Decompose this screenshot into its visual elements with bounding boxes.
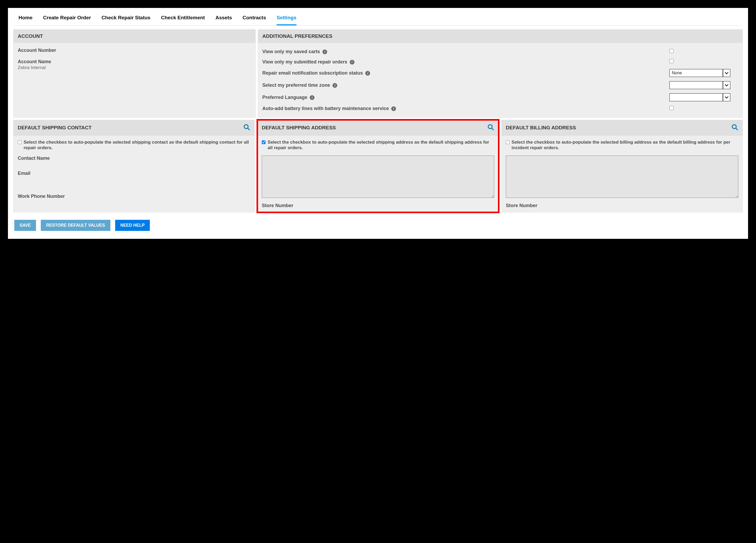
shipping-address-title: DEFAULT SHIPPING ADDRESS (262, 125, 336, 131)
email-label: Email (18, 171, 250, 176)
pref-timezone-select[interactable] (669, 81, 730, 89)
billing-address-checkbox-text: Select the checkbox to auto-populate the… (512, 139, 738, 151)
search-icon[interactable] (243, 124, 250, 132)
shipping-contact-checkbox-text: Select the checkbox to auto-populate the… (24, 139, 250, 151)
tab-check-repair-status[interactable]: Check Repair Status (101, 11, 150, 25)
billing-address-header: DEFAULT BILLING ADDRESS (502, 120, 743, 136)
billing-address-title: DEFAULT BILLING ADDRESS (506, 125, 576, 131)
top-nav: Home Create Repair Order Check Repair St… (13, 11, 743, 26)
shipping-address-panel: DEFAULT SHIPPING ADDRESS Select the chec… (257, 120, 499, 213)
account-name-label: Account Name (18, 59, 251, 65)
chevron-down-icon (723, 69, 730, 77)
action-bar: SAVE RESTORE DEFAULT VALUES NEED HELP (13, 220, 743, 231)
shipping-store-number-label: Store Number (262, 203, 494, 209)
pref-email-sub-select[interactable]: None (669, 69, 730, 77)
search-icon[interactable] (731, 124, 738, 132)
tab-settings[interactable]: Settings (277, 11, 296, 25)
info-icon[interactable]: i (350, 60, 354, 65)
shipping-contact-checkbox[interactable] (18, 140, 21, 145)
shipping-contact-header: DEFAULT SHIPPING CONTACT (13, 120, 254, 136)
account-number-label: Account Number (18, 48, 251, 53)
shipping-address-checkbox[interactable] (262, 140, 265, 145)
search-icon[interactable] (487, 124, 494, 132)
shipping-contact-panel: DEFAULT SHIPPING CONTACT Select the chec… (13, 120, 255, 213)
tab-home[interactable]: Home (19, 11, 33, 25)
work-phone-label: Work Phone Number (18, 194, 250, 199)
tab-check-entitlement[interactable]: Check Entitlement (161, 11, 205, 25)
svg-line-5 (736, 128, 738, 130)
tab-contracts[interactable]: Contracts (242, 11, 266, 25)
pref-timezone-label: Select my preferred time zone (262, 83, 330, 88)
svg-line-1 (247, 128, 250, 130)
shipping-address-header: DEFAULT SHIPPING ADDRESS (258, 120, 498, 136)
info-icon[interactable]: i (322, 49, 327, 54)
pref-language-label: Preferred Language (262, 95, 307, 100)
svg-point-0 (244, 125, 248, 129)
pref-view-orders-checkbox[interactable] (669, 59, 674, 63)
account-title: ACCOUNT (18, 33, 43, 39)
svg-point-4 (732, 125, 736, 129)
preferences-header: ADDITIONAL PREFERENCES (258, 30, 743, 43)
preferences-panel: ADDITIONAL PREFERENCES View only my save… (258, 29, 743, 118)
preferences-title: ADDITIONAL PREFERENCES (262, 33, 332, 39)
pref-email-sub-value: None (670, 69, 723, 77)
tab-create-repair-order[interactable]: Create Repair Order (43, 11, 91, 25)
pref-language-value (670, 94, 723, 101)
pref-language-select[interactable] (669, 93, 730, 101)
billing-address-checkbox[interactable] (506, 140, 510, 145)
pref-battery-label: Auto-add battery lines with battery main… (262, 106, 389, 111)
tab-assets[interactable]: Assets (215, 11, 232, 25)
svg-line-3 (492, 128, 494, 130)
pref-battery-checkbox[interactable] (669, 106, 674, 110)
pref-timezone-value (670, 82, 723, 89)
pref-email-sub-label: Repair email notification subscription s… (262, 70, 363, 76)
billing-address-textarea[interactable] (506, 156, 738, 198)
shipping-address-textarea[interactable] (262, 156, 494, 198)
chevron-down-icon (723, 94, 730, 101)
save-button[interactable]: SAVE (14, 220, 36, 231)
app-frame: Home Create Repair Order Check Repair St… (8, 8, 748, 239)
pref-view-carts-label: View only my saved carts (262, 49, 320, 54)
info-icon[interactable]: i (332, 83, 337, 88)
billing-address-panel: DEFAULT BILLING ADDRESS Select the check… (501, 120, 743, 213)
pref-view-carts-checkbox[interactable] (669, 49, 674, 53)
pref-view-orders-label: View only my submitted repair orders (262, 59, 347, 65)
info-icon[interactable]: i (391, 106, 396, 111)
account-panel: ACCOUNT Account Number Account Name Zebr… (13, 29, 256, 118)
contact-name-label: Contact Name (18, 156, 250, 161)
shipping-contact-title: DEFAULT SHIPPING CONTACT (18, 125, 92, 131)
chevron-down-icon (723, 82, 730, 89)
account-name-value: Zebra Internal (18, 65, 251, 70)
restore-defaults-button[interactable]: RESTORE DEFAULT VALUES (41, 220, 110, 231)
account-header: ACCOUNT (13, 30, 255, 43)
shipping-address-checkbox-text: Select the checkbox to auto-populate the… (268, 139, 494, 151)
billing-store-number-label: Store Number (506, 203, 738, 209)
info-icon[interactable]: i (310, 95, 314, 100)
info-icon[interactable]: i (365, 71, 370, 76)
svg-point-2 (488, 125, 492, 129)
need-help-button[interactable]: NEED HELP (115, 220, 150, 231)
